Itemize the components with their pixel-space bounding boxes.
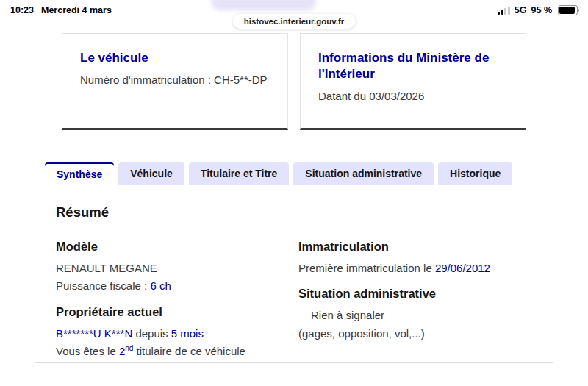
synthese-panel: Résumé Modèle RENAULT MEGANE Puissance f… [35,185,553,363]
right-column: Immatriculation Première immatriculation… [298,240,532,361]
tab-historique[interactable]: Historique [438,162,512,185]
ministry-card-title: Informations du Ministère de l'Intérieur [318,50,508,82]
ministry-card: Informations du Ministère de l'Intérieur… [300,33,526,130]
situation-block: Situation administrative Rien à signaler… [298,287,532,341]
info-cards: Le véhicule Numéro d'immatriculation : C… [62,33,526,130]
situation-status: Rien à signaler [311,307,532,323]
battery-percent: 95 % [531,5,553,15]
tab-titulaire-et-titre[interactable]: Titulaire et Titre [189,162,290,185]
fiscal-power: Puissance fiscale : 6 ch [56,278,298,293]
vehicle-card-body: Numéro d'immatriculation : CH-5**-DP [80,74,270,86]
panel-title: Résumé [56,204,532,221]
network-type: 5G [514,5,527,15]
owner-heading: Propriétaire actuel [56,305,298,319]
model-block: Modèle RENAULT MEGANE Puissance fiscale … [56,240,298,294]
holder-rank-line: Vous êtes le 2nd titulaire de ce véhicul… [56,343,298,359]
owner-block: Propriétaire actuel B*******U K***N depu… [56,305,298,360]
model-name: RENAULT MEGANE [56,260,298,276]
model-heading: Modèle [56,240,298,254]
clock: 10:23 [10,5,34,15]
tab-synthese[interactable]: Synthèse [45,162,114,185]
battery-icon [558,5,578,15]
situation-heading: Situation administrative [298,287,532,301]
left-column: Modèle RENAULT MEGANE Puissance fiscale … [56,240,298,361]
status-bar: 10:23 Mercredi 4 mars 5G 95 % [0,0,588,21]
registration-block: Immatriculation Première immatriculation… [298,240,532,276]
tab-vehicule[interactable]: Véhicule [118,162,184,185]
tab-bar: Synthèse Véhicule Titulaire et Titre Sit… [45,162,512,185]
vehicle-card: Le véhicule Numéro d'immatriculation : C… [62,33,288,130]
date: Mercredi 4 mars [41,5,112,15]
cellular-signal-icon [498,7,510,15]
owner-name-line: B*******U K***N depuis 5 mois [56,326,298,341]
registration-heading: Immatriculation [298,240,532,254]
tab-situation-administrative[interactable]: Situation administrative [293,162,434,185]
first-registration-line: Première immatriculation le 29/06/2012 [298,260,532,276]
vehicle-card-title: Le véhicule [80,50,270,66]
owner-name: B*******U K***N [56,327,132,340]
ministry-card-body: Datant du 03/03/2026 [318,90,508,102]
situation-note: (gages, opposition, vol,...) [298,326,532,341]
plate-number: CH-5**-DP [214,74,268,86]
owner-duration: 5 mois [171,327,204,340]
first-registration-date: 29/06/2012 [435,262,490,274]
